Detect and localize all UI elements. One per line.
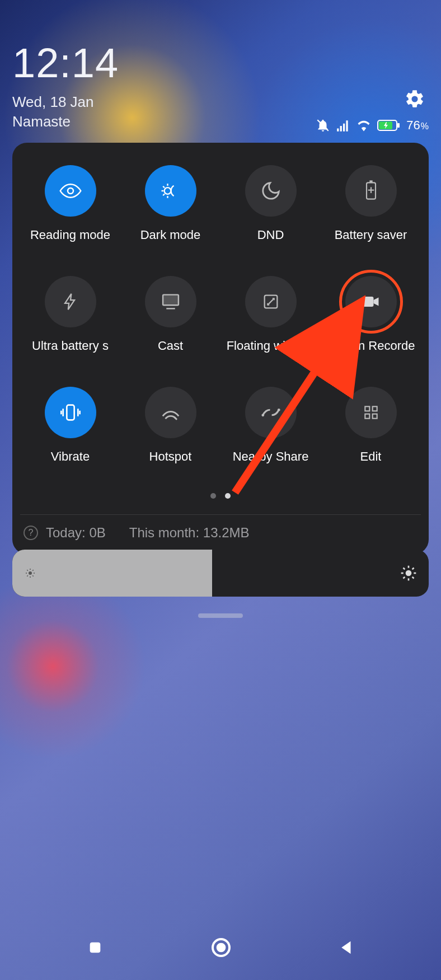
tile-hotspot[interactable]: Hotspot <box>120 387 221 464</box>
edit-button[interactable] <box>345 387 397 438</box>
svg-rect-23 <box>365 406 369 411</box>
triangle-back-icon <box>338 938 355 957</box>
svg-rect-16 <box>163 295 179 306</box>
svg-point-48 <box>217 943 226 953</box>
status-bar-icons: 76% <box>316 118 429 133</box>
svg-rect-19 <box>363 297 374 307</box>
svg-point-36 <box>406 570 412 576</box>
home-button[interactable] <box>210 936 232 959</box>
svg-line-35 <box>32 570 34 571</box>
tile-label: Ultra battery s <box>32 339 109 353</box>
clock-time: 12:14 <box>12 39 429 87</box>
recents-button[interactable] <box>86 939 104 956</box>
tile-nearby-share[interactable]: Nearby Share <box>221 387 321 464</box>
circle-icon <box>210 936 232 959</box>
tile-dark-mode[interactable]: Dark mode <box>120 165 221 242</box>
moon-icon <box>260 180 282 201</box>
quick-settings-panel: Reading mode Dark mode DND Battery sav <box>12 143 429 554</box>
svg-rect-20 <box>67 405 74 420</box>
svg-point-5 <box>164 187 171 194</box>
tile-label: Screen Recorder <box>326 339 416 353</box>
tile-label: Nearby Share <box>233 449 309 464</box>
svg-point-22 <box>277 409 280 411</box>
tile-label: Hotspot <box>149 449 192 464</box>
tile-vibrate[interactable]: Vibrate <box>20 387 120 464</box>
battery-plus-icon <box>362 180 380 202</box>
bolt-icon <box>61 290 80 313</box>
divider <box>20 514 421 515</box>
usage-today: Today: 0B <box>46 525 106 541</box>
reading-mode-toggle[interactable] <box>45 165 96 217</box>
brightness-fill <box>12 550 212 597</box>
gear-icon <box>404 88 425 110</box>
tile-label: Edit <box>360 449 382 464</box>
eye-icon <box>59 180 82 202</box>
tile-reading-mode[interactable]: Reading mode <box>20 165 120 242</box>
tile-floating-windows[interactable]: Floating window <box>221 276 321 353</box>
dark-mode-toggle[interactable] <box>145 165 196 217</box>
date-text: Wed, 18 Jan <box>12 93 429 111</box>
battery-charging-icon <box>377 119 401 132</box>
svg-line-9 <box>163 186 165 188</box>
svg-rect-3 <box>397 123 400 128</box>
page-indicator[interactable] <box>20 493 421 499</box>
svg-rect-25 <box>365 414 369 419</box>
tile-ultra-battery[interactable]: Ultra battery s <box>20 276 120 353</box>
tile-label: Floating window <box>227 339 315 353</box>
tile-label: Cast <box>158 339 183 353</box>
hotspot-toggle[interactable] <box>145 387 196 438</box>
nearby-share-toggle[interactable] <box>245 387 297 438</box>
tile-label: Vibrate <box>51 449 90 464</box>
svg-rect-26 <box>372 414 377 419</box>
svg-line-42 <box>412 577 414 579</box>
screen-recorder-toggle[interactable] <box>345 276 397 327</box>
svg-point-21 <box>261 414 264 416</box>
svg-line-41 <box>404 568 405 570</box>
tile-label: Reading mode <box>30 228 110 242</box>
dnd-toggle[interactable] <box>245 165 297 217</box>
svg-line-34 <box>27 575 28 576</box>
status-header: 12:14 Wed, 18 Jan Namaste 76% <box>12 39 429 130</box>
page-dot-1 <box>210 493 216 499</box>
swipe-handle[interactable] <box>198 613 243 618</box>
video-camera-icon <box>361 294 381 310</box>
nearby-share-icon <box>260 406 282 419</box>
tile-edit[interactable]: Edit <box>321 387 421 464</box>
battery-number: 76 <box>406 118 420 133</box>
tile-cast[interactable]: Cast <box>120 276 221 353</box>
vibrate-toggle[interactable] <box>45 387 96 438</box>
tile-battery-saver[interactable]: Battery saver <box>321 165 421 242</box>
svg-rect-24 <box>372 406 377 411</box>
svg-rect-12 <box>369 180 372 182</box>
screen-icon <box>160 292 181 311</box>
help-icon: ? <box>24 526 38 540</box>
floating-windows-toggle[interactable] <box>245 276 297 327</box>
svg-line-10 <box>163 194 165 196</box>
back-button[interactable] <box>338 938 355 957</box>
ultra-battery-toggle[interactable] <box>45 276 96 327</box>
brightness-slider[interactable] <box>12 550 429 597</box>
expand-icon <box>261 292 280 311</box>
tile-label: Battery saver <box>335 228 407 242</box>
svg-point-27 <box>29 571 32 575</box>
cast-toggle[interactable] <box>145 276 196 327</box>
data-usage-row[interactable]: ? Today: 0B This month: 13.2MB <box>20 524 421 545</box>
cellular-signal-icon <box>336 118 350 133</box>
battery-percentage: 76% <box>406 118 429 133</box>
battery-saver-toggle[interactable] <box>345 165 397 217</box>
tile-screen-recorder[interactable]: Screen Recorder <box>321 276 421 353</box>
grid-icon <box>362 404 380 421</box>
wifi-icon <box>356 118 372 133</box>
percent-symbol: % <box>421 121 429 132</box>
sun-moon-icon <box>158 179 183 203</box>
svg-line-44 <box>412 568 414 570</box>
brightness-low-icon <box>24 566 37 580</box>
usage-month: This month: 13.2MB <box>129 525 250 541</box>
tile-label: Dark mode <box>140 228 201 242</box>
square-icon <box>86 939 104 956</box>
quick-settings-grid: Reading mode Dark mode DND Battery sav <box>20 165 421 464</box>
vibrate-icon <box>59 401 82 424</box>
hotspot-icon <box>160 404 181 421</box>
tile-dnd[interactable]: DND <box>221 165 321 242</box>
settings-button[interactable] <box>404 88 425 110</box>
